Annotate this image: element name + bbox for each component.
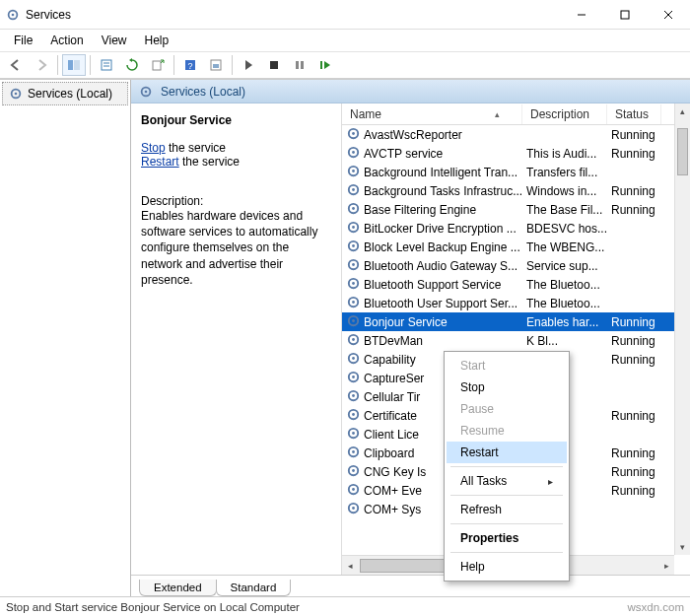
scroll-down-icon[interactable]: ▾ [675,539,690,555]
scroll-right-icon[interactable]: ▸ [658,561,674,571]
svg-point-65 [352,507,355,510]
svg-rect-6 [68,60,73,70]
service-row[interactable]: Background Tasks Infrastruc...Windows in… [342,181,690,200]
column-description[interactable]: Description [522,104,607,124]
service-row[interactable]: BitLocker Drive Encryption ...BDESVC hos… [342,219,690,238]
ctx-all-tasks[interactable]: All Tasks ▸ [447,470,567,492]
scroll-thumb[interactable] [677,128,688,175]
help-button[interactable]: ? [178,54,202,76]
svg-point-37 [352,244,355,247]
gear-icon [346,295,364,312]
column-status[interactable]: Status [607,104,661,124]
tab-extended[interactable]: Extended [139,580,217,596]
refresh-button[interactable] [120,54,144,76]
svg-point-51 [352,376,355,378]
toolbar-extra-button[interactable] [204,54,228,76]
scroll-up-icon[interactable]: ▴ [675,103,690,119]
restart-service-link[interactable]: Restart [141,155,179,169]
service-name-cell: BTDevMan [364,334,526,348]
properties-button[interactable] [95,54,118,76]
service-row[interactable]: Block Level Backup Engine ...The WBENG..… [342,238,690,256]
description-label: Description: [141,194,331,208]
svg-point-27 [352,151,355,154]
menu-file[interactable]: File [6,32,40,49]
list-header: Name ▴ Description Status [342,103,690,125]
service-status-cell: Running [611,334,665,348]
gear-icon [346,463,364,481]
ctx-properties[interactable]: Properties [447,527,567,549]
service-desc-cell: This is Audi... [526,147,611,161]
close-button[interactable] [647,0,690,30]
svg-point-47 [352,338,355,341]
tab-standard[interactable]: Standard [216,580,292,596]
service-name-cell: BitLocker Drive Encryption ... [364,222,526,236]
menu-help[interactable]: Help [137,32,177,49]
service-status-cell: Running [611,409,665,423]
sort-indicator-icon: ▴ [495,109,500,119]
gear-icon [346,482,364,500]
export-button[interactable] [146,54,170,76]
gear-icon [346,276,364,294]
svg-point-43 [352,301,355,304]
service-name-cell: Background Intelligent Tran... [364,166,526,179]
svg-point-31 [352,188,355,191]
service-name-cell: Block Level Backup Engine ... [364,240,526,254]
service-row[interactable]: BTDevManK Bl...Running [342,331,690,350]
right-panel: Services (Local) Bonjour Service Stop th… [131,80,690,596]
service-row[interactable]: Bluetooth Audio Gateway S...Service sup.… [342,256,690,275]
service-row[interactable]: Base Filtering EngineThe Base Fil...Runn… [342,200,690,219]
description-text: Enables hardware devices and software se… [141,208,331,288]
toolbar: ? [0,51,690,79]
service-row[interactable]: Bluetooth Support ServiceThe Bluetoo... [342,275,690,294]
ctx-stop[interactable]: Stop [447,376,567,398]
service-desc-cell: Windows in... [526,184,611,198]
column-name[interactable]: Name ▴ [342,104,522,124]
service-row[interactable]: AvastWscReporterRunning [342,125,690,144]
service-desc-cell: The Base Fil... [526,203,611,217]
ctx-separator [450,495,563,496]
ctx-pause: Pause [447,398,567,420]
svg-point-45 [352,319,355,322]
back-button[interactable] [4,54,28,76]
gear-icon [139,85,153,99]
view-tabs: Extended Standard [131,575,690,596]
service-desc-cell: The Bluetoo... [526,297,611,310]
gear-icon [346,239,364,256]
service-row[interactable]: Bonjour ServiceEnables har...Running [342,312,690,331]
service-row[interactable]: Bluetooth User Support Ser...The Bluetoo… [342,294,690,312]
ctx-help[interactable]: Help [447,556,567,578]
tree-panel: Services (Local) [0,80,131,596]
menu-view[interactable]: View [94,32,135,49]
context-menu: Start Stop Pause Resume Restart All Task… [444,351,570,582]
stop-service-link[interactable]: Stop [141,141,166,155]
svg-point-61 [352,469,355,472]
pause-button[interactable] [288,54,311,76]
stop-button[interactable] [262,54,286,76]
ctx-separator [450,523,563,524]
vertical-scrollbar[interactable]: ▴ ▾ [674,103,690,555]
forward-button[interactable] [30,54,53,76]
minimize-button[interactable] [560,0,603,30]
gear-icon [346,351,364,369]
service-row[interactable]: AVCTP serviceThis is Audi...Running [342,144,690,163]
gear-icon [346,313,364,331]
service-row[interactable]: Background Intelligent Tran...Transfers … [342,163,690,181]
ctx-restart[interactable]: Restart [447,442,567,463]
svg-rect-3 [621,11,629,19]
svg-point-41 [352,282,355,285]
menu-action[interactable]: Action [42,32,91,49]
watermark: wsxdn.com [627,601,684,613]
show-hide-tree-button[interactable] [62,54,86,76]
scroll-left-icon[interactable]: ◂ [342,561,358,571]
svg-rect-16 [270,61,278,69]
right-panel-header: Services (Local) [131,80,690,103]
restart-toolbar-button[interactable] [313,54,337,76]
service-name-cell: AvastWscReporter [364,128,526,142]
service-desc-cell: The Bluetoo... [526,278,611,292]
svg-point-57 [352,432,355,435]
gear-icon [346,426,364,444]
start-button[interactable] [237,54,260,76]
maximize-button[interactable] [603,0,647,30]
ctx-refresh[interactable]: Refresh [447,499,567,520]
tree-root-services-local[interactable]: Services (Local) [2,82,128,105]
